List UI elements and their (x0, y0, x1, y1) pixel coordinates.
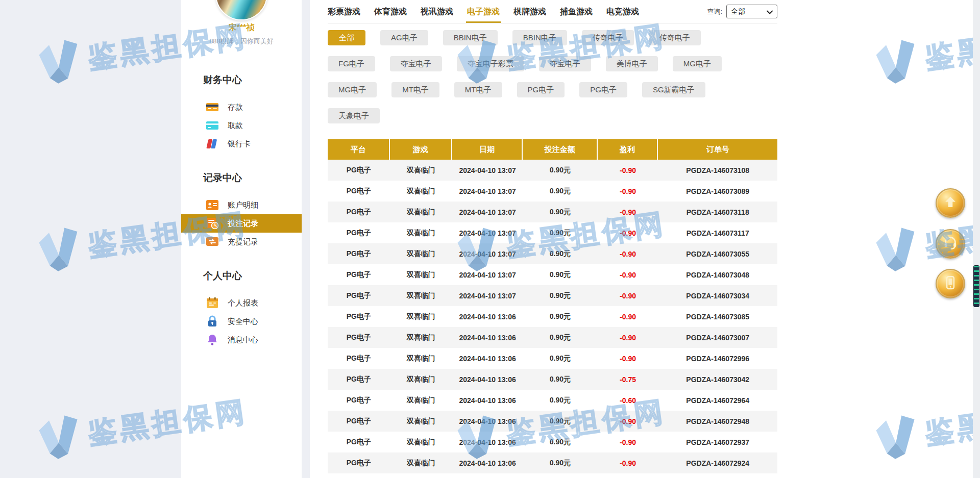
cell-date: 2024-04-10 13:06 (452, 411, 523, 432)
sidebar-item-withdraw-card[interactable]: 取款 (181, 116, 302, 135)
cell-date: 2024-04-10 13:07 (452, 181, 523, 202)
column-header: 订单号 (658, 139, 777, 160)
main-content: 彩票游戏体育游戏视讯游戏电子游戏棋牌游戏捕鱼游戏电竞游戏 查询: 全部 全部AG… (310, 0, 973, 478)
cell-profit: -0.75 (598, 369, 658, 390)
cell-game: 双喜临门 (390, 369, 452, 390)
sidebar-item-bank-card[interactable]: 银行卡 (181, 135, 302, 153)
cell-profit: -0.90 (598, 306, 658, 327)
filter-button[interactable]: PG电子 (517, 82, 565, 97)
column-header: 平台 (328, 139, 390, 160)
table-row: PG电子双喜临门2024-04-10 13:070.90元-0.90PGDZA-… (328, 222, 777, 243)
bet-record-icon (206, 217, 219, 230)
query-control: 查询: 全部 (707, 5, 777, 18)
cell-date: 2024-04-10 13:06 (452, 369, 523, 390)
filter-button[interactable]: 传奇电子 (582, 30, 634, 45)
watermark-logo-icon (33, 411, 86, 466)
sidebar-item-personal-report[interactable]: 个人报表 (181, 294, 302, 312)
cell-amount: 0.90元 (523, 264, 597, 285)
sidebar-item-recharge-record[interactable]: 充提记录 (181, 233, 302, 251)
filter-button[interactable]: MG电子 (673, 56, 722, 71)
tab-7[interactable]: 电竞游戏 (606, 0, 639, 23)
sidebar-item-label: 存款 (228, 103, 243, 112)
sidebar-item-label: 消息中心 (228, 335, 258, 345)
cell-platform: PG电子 (328, 411, 390, 432)
cell-amount: 0.90元 (523, 369, 597, 390)
cell-amount: 0.90元 (523, 222, 597, 243)
cell-order: PGDZA-146073118 (658, 202, 777, 222)
filter-button[interactable]: MG电子 (328, 82, 377, 97)
sidebar-item-label: 银行卡 (228, 139, 251, 149)
cell-amount: 0.90元 (523, 202, 597, 222)
cell-profit: -0.90 (598, 285, 658, 306)
filter-button[interactable]: 美博电子 (606, 56, 658, 71)
account-detail-icon (206, 198, 219, 212)
mobile-app-button[interactable] (936, 269, 965, 298)
platform-filter-buttons: 全部AG电子BBIN电子BBIN电子传奇电子传奇电子FG电子夺宝电子夺宝电子彩票… (328, 30, 973, 123)
filter-button[interactable]: AG电子 (380, 30, 428, 45)
cell-date: 2024-04-10 13:06 (452, 306, 523, 327)
scrollbar-thumb[interactable] (973, 265, 979, 307)
arrow-up-icon (943, 194, 958, 212)
scrollbar-track[interactable] (973, 0, 980, 478)
tab-2[interactable]: 体育游戏 (374, 0, 407, 23)
filter-button[interactable]: SG新霸电子 (642, 82, 705, 97)
user-subtitle: 888棋牌，因你而美好 (181, 37, 302, 46)
filter-button[interactable]: 夺宝电子 (390, 56, 442, 71)
tab-4[interactable]: 电子游戏 (467, 0, 500, 23)
filter-button[interactable]: BBIN电子 (443, 30, 498, 45)
table-row: PG电子双喜临门2024-04-10 13:060.90元-0.90PGDZA-… (328, 348, 777, 369)
cell-order: PGDZA-146073085 (658, 306, 777, 327)
phone-icon (943, 275, 958, 292)
cell-amount: 0.90元 (523, 306, 597, 327)
personal-report-icon (206, 296, 219, 310)
table-row: PG电子双喜临门2024-04-10 13:060.90元-0.60PGDZA-… (328, 390, 777, 411)
cell-profit: -0.90 (598, 432, 658, 452)
customer-service-button[interactable] (936, 229, 965, 259)
filter-button[interactable]: 传奇电子 (649, 30, 701, 45)
filter-button[interactable]: FG电子 (328, 56, 375, 71)
cell-date: 2024-04-10 13:07 (452, 285, 523, 306)
sidebar-item-message-bell[interactable]: 消息中心 (181, 331, 302, 349)
cell-game: 双喜临门 (390, 181, 452, 202)
filter-button[interactable]: 天豪电子 (328, 108, 380, 123)
back-to-top-button[interactable] (936, 188, 965, 218)
filter-button[interactable]: 夺宝电子 (539, 56, 591, 71)
filter-button[interactable]: 全部 (328, 30, 365, 45)
cell-order: PGDZA-146073108 (658, 160, 777, 181)
table-row: PG电子双喜临门2024-04-10 13:060.90元-0.90PGDZA-… (328, 306, 777, 327)
cell-date: 2024-04-10 13:06 (452, 348, 523, 369)
cell-order: PGDZA-146072924 (658, 452, 777, 473)
sidebar-item-security-lock[interactable]: 安全中心 (181, 312, 302, 331)
cell-profit: -0.90 (598, 452, 658, 473)
cell-date: 2024-04-10 13:06 (452, 432, 523, 452)
tab-1[interactable]: 彩票游戏 (328, 0, 360, 23)
filter-button[interactable]: 夺宝电子彩票 (457, 56, 524, 71)
sidebar-item-label: 充提记录 (228, 237, 258, 247)
filter-button[interactable]: MT电子 (454, 82, 502, 97)
sidebar-item-deposit-card[interactable]: 存款 (181, 98, 302, 116)
game-category-tabs: 彩票游戏体育游戏视讯游戏电子游戏棋牌游戏捕鱼游戏电竞游戏 (328, 0, 639, 23)
tab-6[interactable]: 捕鱼游戏 (560, 0, 593, 23)
cell-profit: -0.90 (598, 181, 658, 202)
table-row: PG电子双喜临门2024-04-10 13:070.90元-0.90PGDZA-… (328, 264, 777, 285)
sidebar-item-account-detail[interactable]: 账户明细 (181, 196, 302, 214)
tab-3[interactable]: 视讯游戏 (421, 0, 453, 23)
tab-5[interactable]: 棋牌游戏 (513, 0, 546, 23)
sidebar-section-title: 记录中心 (181, 171, 302, 185)
filter-button[interactable]: BBIN电子 (512, 30, 567, 45)
table-body: PG电子双喜临门2024-04-10 13:070.90元-0.90PGDZA-… (328, 160, 777, 473)
column-header: 游戏 (390, 139, 452, 160)
filter-button[interactable]: PG电子 (579, 82, 627, 97)
headset-icon (943, 235, 958, 253)
filter-button[interactable]: MT电子 (391, 82, 439, 97)
cell-amount: 0.90元 (523, 285, 597, 306)
cell-platform: PG电子 (328, 202, 390, 222)
cell-game: 双喜临门 (390, 160, 452, 181)
column-header: 盈利 (598, 139, 658, 160)
sidebar-item-bet-record[interactable]: 投注记录 (181, 214, 302, 233)
cell-order: PGDZA-146073007 (658, 327, 777, 348)
query-select[interactable]: 全部 (726, 5, 777, 18)
table-row: PG电子双喜临门2024-04-10 13:070.90元-0.90PGDZA-… (328, 243, 777, 264)
cell-profit: -0.90 (598, 243, 658, 264)
cell-profit: -0.60 (598, 390, 658, 411)
